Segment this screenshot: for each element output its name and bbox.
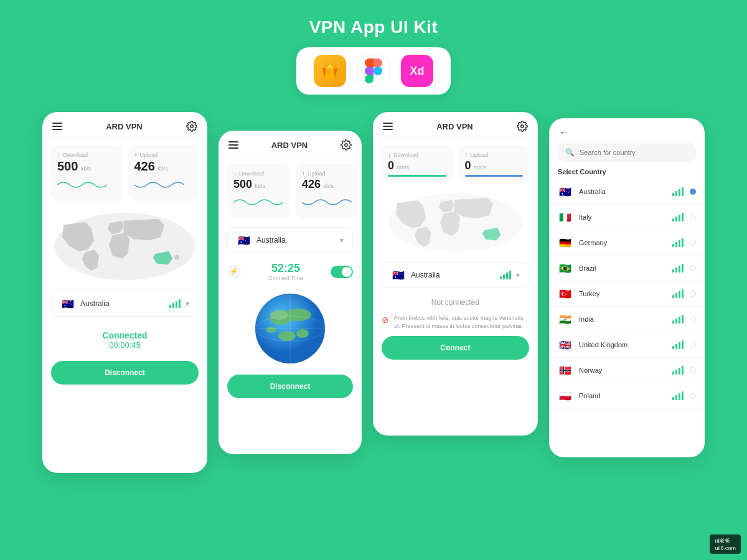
list-country-name: Poland [579,392,666,399]
connected-time: 00:00:45 [42,340,207,350]
unselected-indicator [690,367,696,373]
country-list-item[interactable]: 🇮🇳 India [549,307,705,332]
s2-country-flag: 🇦🇺 [237,233,251,248]
svg-point-16 [266,327,276,333]
svg-point-13 [284,309,311,321]
s2-upload-card: ↑ Upload 426 kb/s [296,164,358,218]
settings-icon-3[interactable] [517,121,528,132]
menu-icon-2[interactable] [228,141,238,149]
xd-icon: Xd [401,55,433,87]
country-signal [672,366,684,375]
country-name: Australia [80,299,164,308]
list-country-name: Italy [579,213,666,221]
connect-time-value: 52:25 [241,262,331,275]
tool-badge-container: Xd [296,47,451,95]
search-input[interactable] [580,149,688,156]
list-flag: 🇮🇹 [558,210,573,225]
country-list-item[interactable]: 🇧🇷 Brazil [549,256,705,281]
screens-row: ARD VPN ↓ Download 500 kb/s [0,112,747,473]
list-flag: 🇬🇧 [558,337,573,352]
country-signal [672,315,684,324]
list-country-name: Brazil [579,264,666,272]
country-signal [672,213,684,222]
menu-icon-3[interactable] [383,123,393,130]
connect-time-row: ⚡ 52:25 Connect Time [218,257,362,286]
upload-card: ↑ Upload 426 kb/s [128,145,199,201]
country-list-item[interactable]: 🇵🇱 Poland [549,383,705,409]
country-list-item[interactable]: 🇦🇺 Australia [549,179,705,205]
unselected-indicator [690,265,696,271]
menu-icon[interactable] [52,123,62,130]
unselected-indicator [690,240,696,246]
s2-disconnect-button[interactable]: Disconnect [227,375,353,398]
country-signal [672,264,684,273]
country-list-item[interactable]: 🇹🇷 Turkey [549,281,705,307]
list-flag: 🇵🇱 [558,388,573,403]
s3-country-selector[interactable]: 🇦🇺 Australia ▾ [382,262,529,288]
list-country-name: United Kingdom [579,341,666,348]
screen1-title: ARD VPN [62,122,186,131]
country-list-item[interactable]: 🇮🇹 Italy [549,205,705,230]
section-label: Select Country [549,168,705,179]
screen1-map [42,206,207,287]
unselected-indicator [690,316,696,322]
upload-value: 426 kb/s [134,159,193,174]
country-signal [672,289,684,298]
screen3-title: ARD VPN [393,122,517,131]
screen1-header: ARD VPN [42,112,207,138]
list-country-name: Turkey [579,290,666,297]
screen3-not-connected: ARD VPN ↓ Download 0 mb/s ↑ [373,112,538,436]
svg-point-21 [270,310,288,320]
screen3-stats: ↓ Download 0 mb/s ↑ Upload 0 mb/s [373,138,538,187]
svg-point-9 [174,255,179,260]
vpn-toggle[interactable] [331,266,353,278]
watermark: ui老爸 uil8.com [710,534,741,554]
list-country-name: India [579,315,666,323]
s2-country-selector[interactable]: 🇦🇺 Australia ▾ [227,227,353,253]
upload-line [465,175,524,177]
connect-button[interactable]: Connect [382,336,529,360]
globe-container [218,286,362,368]
disconnect-button[interactable]: Disconnect [51,361,199,385]
s3-upload-card: ↑ Upload 0 mb/s [459,145,530,182]
country-list-item[interactable]: 🇩🇪 Germany [549,230,705,256]
connect-time-label: Connect Time [241,275,331,281]
sketch-icon [314,55,346,87]
chevron-down-icon: ▾ [186,299,189,308]
download-value: 500 kb/s [57,159,116,174]
download-label: ↓ Download [57,151,116,158]
svg-point-10 [345,144,348,147]
screen2-header: ARD VPN [218,131,362,156]
screen2-title: ARD VPN [238,141,341,150]
upload-label: ↑ Upload [134,151,193,158]
svg-point-7 [190,125,194,128]
country-signal [672,238,684,247]
lightning-icon: ⚡ [227,265,241,279]
screen1-connected: ARD VPN ↓ Download 500 kb/s [42,112,207,473]
search-icon: 🔍 [565,148,575,157]
settings-icon[interactable] [186,121,197,132]
list-flag: 🇩🇪 [558,235,573,250]
search-box[interactable]: 🔍 document.querySelector('[data-name="se… [558,143,696,162]
tool-badges: Xd [0,47,747,95]
s2-upload-wave [302,194,352,211]
s3-chevron-down-icon: ▾ [516,271,520,279]
list-flag: 🇹🇷 [558,286,573,301]
country-selector[interactable]: 🇦🇺 Australia ▾ [51,291,199,317]
country-list-item[interactable]: 🇳🇴 Norway [549,358,705,383]
upload-wave [134,176,184,194]
error-icon: ⊘ [382,315,389,325]
list-flag: 🇦🇺 [558,184,573,199]
not-connected-status: Not connected [373,292,538,310]
back-button[interactable]: ← [549,118,705,143]
download-wave [57,176,107,194]
country-flag: 🇦🇺 [60,296,75,311]
list-flag: 🇮🇳 [558,312,573,327]
connected-status: Connected 00:00:45 [42,320,207,355]
s3-country-name: Australia [411,271,495,279]
settings-icon-2[interactable] [341,139,352,151]
download-line [388,175,446,177]
country-list-item[interactable]: 🇬🇧 United Kingdom [549,332,705,358]
country-signal [672,391,684,400]
s2-download-card: ↓ Download 500 kb/s [227,164,289,218]
